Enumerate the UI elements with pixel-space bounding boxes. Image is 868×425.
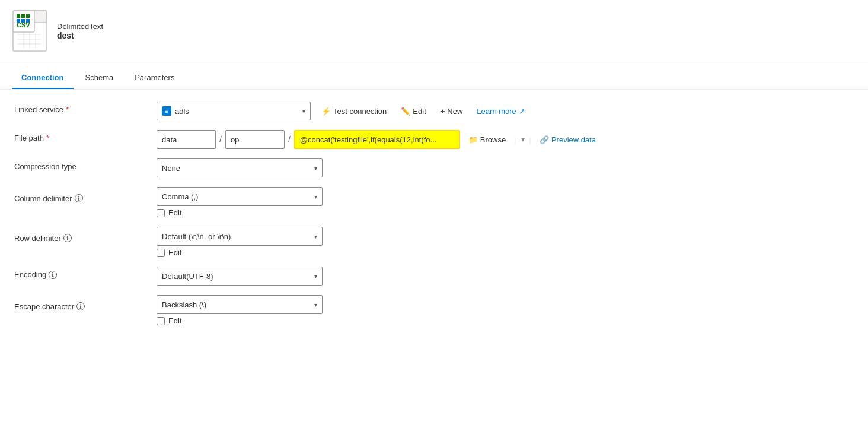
escape-character-label: Escape character ℹ bbox=[14, 299, 157, 311]
folder-icon: 📁 bbox=[468, 135, 478, 144]
escape-character-dropdown[interactable]: Backslash (\) ▾ bbox=[157, 295, 323, 314]
tab-connection[interactable]: Connection bbox=[12, 67, 74, 89]
escape-character-chevron: ▾ bbox=[314, 302, 317, 308]
compression-type-value: None bbox=[162, 164, 180, 173]
path-separator-1: / bbox=[216, 135, 225, 144]
svg-rect-12 bbox=[21, 14, 25, 18]
row-delimiter-value: Default (\r,\n, or \r\n) bbox=[162, 232, 231, 241]
encoding-label: Encoding ℹ bbox=[14, 267, 157, 279]
svg-rect-16 bbox=[26, 19, 30, 23]
encoding-row: Encoding ℹ Default(UTF-8) ▾ bbox=[14, 267, 854, 286]
edit-button[interactable]: ✏️ Edit bbox=[397, 104, 429, 118]
linked-service-dropdown[interactable]: ≡ adls ▾ bbox=[157, 102, 311, 120]
escape-character-info-icon[interactable]: ℹ bbox=[76, 302, 85, 310]
compression-type-row: Compression type None ▾ bbox=[14, 158, 854, 177]
escape-character-edit-checkbox[interactable] bbox=[157, 317, 165, 325]
row-delimiter-info-icon[interactable]: ℹ bbox=[63, 234, 72, 242]
pipe-separator: | bbox=[512, 135, 518, 144]
escape-character-value: Backslash (\) bbox=[162, 300, 206, 309]
column-delimiter-chevron: ▾ bbox=[314, 194, 317, 200]
column-delimiter-edit-checkbox[interactable] bbox=[157, 209, 165, 217]
file-path-required: * bbox=[46, 134, 49, 142]
escape-character-edit-label: Edit bbox=[168, 316, 181, 325]
row-delimiter-edit-checkbox[interactable] bbox=[157, 249, 165, 257]
compression-type-label: Compression type bbox=[14, 158, 157, 171]
row-delimiter-edit-label: Edit bbox=[168, 248, 181, 257]
svg-rect-14 bbox=[17, 19, 20, 23]
row-delimiter-dropdown[interactable]: Default (\r,\n, or \r\n) ▾ bbox=[157, 227, 323, 246]
preview-data-button[interactable]: 🔗 Preview data bbox=[536, 133, 599, 147]
dataset-type: DelimitedText bbox=[57, 22, 103, 31]
chevron-down-button[interactable]: ▾ bbox=[521, 135, 525, 144]
row-delimiter-chevron: ▾ bbox=[314, 233, 317, 240]
escape-character-row: Escape character ℹ Backslash (\) ▾ Edit bbox=[14, 295, 854, 325]
compression-type-dropdown[interactable]: None ▾ bbox=[157, 158, 323, 177]
linked-service-chevron: ▾ bbox=[302, 108, 305, 115]
new-button[interactable]: + New bbox=[437, 104, 467, 118]
adls-prefix-icon: ≡ bbox=[162, 106, 171, 116]
linked-service-value: adls bbox=[175, 107, 189, 116]
file-path-label: File path * bbox=[14, 130, 157, 142]
column-delimiter-row: Column delimiter ℹ Comma (,) ▾ Edit bbox=[14, 187, 854, 217]
tab-bar: Connection Schema Parameters bbox=[0, 67, 868, 90]
svg-rect-3 bbox=[34, 11, 46, 23]
path-separator-2: / bbox=[285, 135, 294, 144]
test-connection-button[interactable]: ⚡ Test connection bbox=[318, 104, 390, 118]
svg-rect-11 bbox=[17, 14, 20, 18]
learn-more-button[interactable]: Learn more ↗ bbox=[473, 104, 528, 118]
linked-service-row: Linked service * ≡ adls ▾ ⚡ Test connect… bbox=[14, 102, 854, 120]
column-delimiter-label: Column delimiter ℹ bbox=[14, 191, 157, 203]
dataset-name: dest bbox=[57, 31, 103, 40]
column-delimiter-edit-label: Edit bbox=[168, 208, 181, 217]
file-path-dynamic-expression[interactable]: @concat('testingfile',if(equals(12,int(f… bbox=[294, 130, 460, 149]
csv-file-icon: CSV bbox=[12, 9, 47, 52]
row-delimiter-label: Row delimiter ℹ bbox=[14, 230, 157, 243]
file-path-part2[interactable] bbox=[225, 130, 285, 149]
edit-icon: ✏️ bbox=[401, 107, 410, 116]
column-delimiter-dropdown[interactable]: Comma (,) ▾ bbox=[157, 187, 323, 206]
file-path-row: File path * / / @concat('testingfile',if… bbox=[14, 130, 854, 149]
column-delimiter-info-icon[interactable]: ℹ bbox=[75, 194, 83, 202]
linked-service-label: Linked service * bbox=[14, 102, 157, 114]
browse-button[interactable]: 📁 Browse bbox=[465, 133, 509, 147]
svg-rect-15 bbox=[21, 19, 25, 23]
encoding-chevron: ▾ bbox=[314, 273, 317, 280]
compression-chevron-icon: ▾ bbox=[314, 165, 317, 172]
encoding-info-icon[interactable]: ℹ bbox=[49, 271, 57, 279]
encoding-value: Default(UTF-8) bbox=[162, 272, 213, 281]
test-connection-icon: ⚡ bbox=[321, 107, 331, 116]
required-indicator: * bbox=[66, 105, 69, 114]
pipe-separator-2: | bbox=[527, 135, 534, 144]
link-icon: 🔗 bbox=[540, 135, 549, 144]
tab-schema[interactable]: Schema bbox=[76, 67, 123, 89]
column-delimiter-value: Comma (,) bbox=[162, 192, 198, 201]
external-link-icon: ↗ bbox=[519, 107, 525, 116]
row-delimiter-row: Row delimiter ℹ Default (\r,\n, or \r\n)… bbox=[14, 227, 854, 257]
file-path-part1[interactable] bbox=[157, 130, 216, 149]
tab-parameters[interactable]: Parameters bbox=[125, 67, 184, 89]
plus-icon: + bbox=[441, 107, 445, 116]
svg-rect-13 bbox=[26, 14, 30, 18]
encoding-dropdown[interactable]: Default(UTF-8) ▾ bbox=[157, 267, 323, 286]
